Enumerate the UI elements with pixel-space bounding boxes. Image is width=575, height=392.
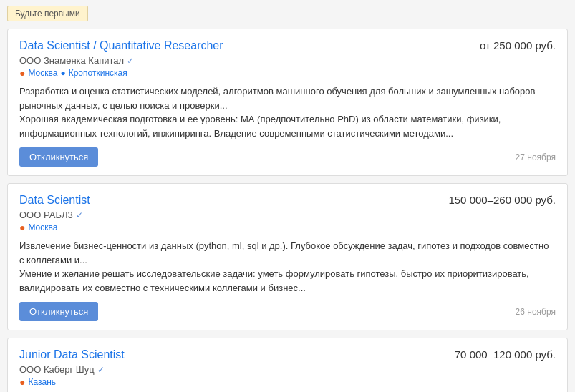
city-1[interactable]: Москва (28, 68, 57, 78)
job-desc-2: Извлечение бизнес-ценности из данных (py… (19, 239, 556, 295)
job-header-3: Junior Data Scientist 70 000–120 000 руб… (19, 348, 556, 361)
location-dot-1: ● (19, 67, 25, 79)
verified-icon-1: ✓ (127, 56, 134, 66)
location-dot-2: ● (19, 222, 25, 233)
job-salary-2: 150 000–260 000 руб. (448, 194, 556, 206)
job-salary-3: 70 000–120 000 руб. (455, 348, 556, 361)
city-2[interactable]: Москва (28, 222, 57, 232)
job-card-1: Data Scientist / Quantitative Researcher… (7, 29, 568, 176)
company-line-2: ООО РАБЛ3 ✓ (19, 210, 556, 220)
city-3[interactable]: Казань (28, 377, 56, 387)
location-line-1: ● Москва ● Кропоткинская (19, 67, 556, 79)
job-desc-line2-2: Умение и желание решать исследовательски… (19, 267, 556, 295)
location-line-2: ● Москва (19, 222, 556, 233)
respond-button-1[interactable]: Откликнуться (19, 147, 98, 167)
job-header-2: Data Scientist 150 000–260 000 руб. (19, 194, 556, 207)
company-name-3: ООО Каберг Шуц (19, 364, 95, 375)
company-name-1: ООО Знаменка Капитал (19, 55, 124, 66)
job-header-1: Data Scientist / Quantitative Researcher… (19, 39, 556, 52)
be-first-banner: Будьте первыми (7, 6, 88, 21)
respond-button-2[interactable]: Откликнуться (19, 302, 98, 321)
job-title-1: Data Scientist / Quantitative Researcher (19, 39, 223, 52)
company-line-1: ООО Знаменка Капитал ✓ (19, 55, 556, 66)
company-line-3: ООО Каберг Шуц ✓ (19, 364, 556, 375)
job-footer-2: Откликнуться 26 ноября (19, 302, 556, 321)
job-desc-1: Разработка и оценка статистических модел… (19, 84, 556, 140)
job-desc-line1-2: Извлечение бизнес-ценности из данных (py… (19, 239, 556, 267)
job-salary-1: от 250 000 руб. (480, 39, 556, 52)
company-name-2: ООО РАБЛ3 (19, 210, 73, 220)
metro-1[interactable]: Кропоткинская (69, 68, 127, 78)
job-footer-1: Откликнуться 27 ноября (19, 147, 556, 167)
job-title-link-1[interactable]: Data Scientist / Quantitative Researcher (19, 39, 223, 52)
job-date-2: 26 ноября (516, 307, 556, 317)
job-title-link-3[interactable]: Junior Data Scientist (19, 348, 125, 361)
verified-icon-2: ✓ (76, 210, 83, 220)
job-card-2: Data Scientist 150 000–260 000 руб. ООО … (7, 183, 568, 330)
metro-separator-1: ● (60, 68, 65, 78)
location-dot-3: ● (19, 376, 25, 388)
verified-icon-3: ✓ (97, 365, 105, 375)
job-title-3: Junior Data Scientist (19, 348, 125, 361)
job-title-2: Data Scientist (19, 194, 90, 207)
job-desc-line2-1: Хорошая академическая подготовка и ее ур… (19, 112, 556, 140)
page-wrapper: Будьте первыми Data Scientist / Quantita… (0, 0, 575, 392)
job-date-1: 27 ноября (516, 152, 556, 162)
job-card-3: Junior Data Scientist 70 000–120 000 руб… (7, 338, 568, 392)
location-line-3: ● Казань (19, 376, 556, 388)
job-title-link-2[interactable]: Data Scientist (19, 194, 90, 206)
job-desc-line1-1: Разработка и оценка статистических модел… (19, 84, 556, 112)
